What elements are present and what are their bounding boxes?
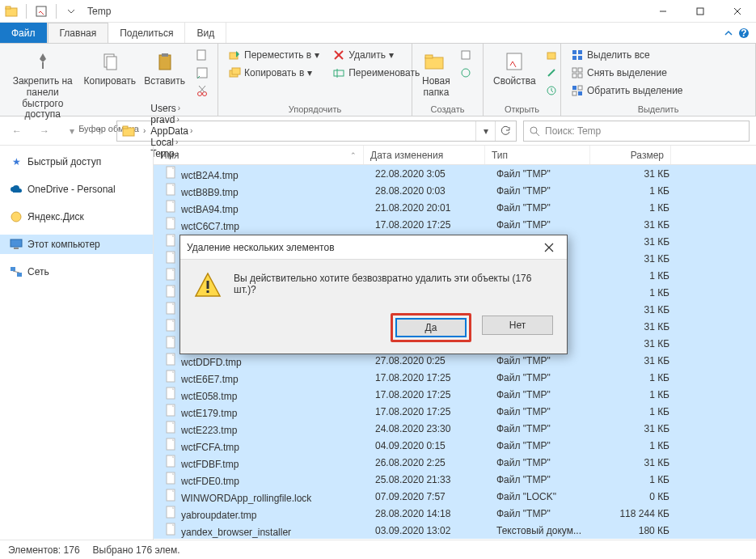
close-button[interactable] <box>719 0 756 23</box>
select-none-button[interactable]: Снять выделение <box>568 65 686 81</box>
ribbon-collapse-icon[interactable] <box>724 28 733 38</box>
breadcrumb-segment[interactable]: Users › <box>149 103 194 114</box>
breadcrumb-segment[interactable]: AppData › <box>149 125 194 137</box>
file-row[interactable]: wctE179.tmp17.08.2020 17:25Файл "TMP"1 К… <box>154 403 756 420</box>
folder-icon <box>5 5 18 18</box>
file-row[interactable]: WINWORDApp_rollingfile.lock07.09.2020 7:… <box>154 488 756 505</box>
status-item-count: Элементов: 176 <box>8 544 80 556</box>
breadcrumb-segment[interactable]: pravd › <box>149 114 194 125</box>
address-dropdown-button[interactable]: ▾ <box>475 121 495 141</box>
svg-point-48 <box>530 127 537 133</box>
nav-forward-button[interactable]: → <box>34 121 55 142</box>
paste-icon <box>152 49 178 74</box>
file-icon <box>165 353 178 366</box>
column-date-header[interactable]: Дата изменения <box>364 146 485 164</box>
sidebar-item-quick-access[interactable]: ★Быстрый доступ <box>0 152 153 172</box>
file-row[interactable]: yabroupdater.tmp28.08.2020 14:18Файл "TM… <box>154 505 756 522</box>
column-size-header[interactable]: Размер <box>590 146 671 164</box>
maximize-button[interactable] <box>682 0 719 23</box>
svg-line-18 <box>200 86 205 92</box>
sidebar-item-network[interactable]: Сеть <box>0 262 153 282</box>
file-row[interactable]: wctE058.tmp17.08.2020 17:25Файл "TMP"1 К… <box>154 386 756 403</box>
file-row[interactable]: wctFDE0.tmp25.08.2020 21:33Файл "TMP"1 К… <box>154 471 756 488</box>
svg-rect-36 <box>572 56 577 60</box>
file-icon <box>165 523 178 536</box>
help-icon[interactable]: ? <box>738 28 750 39</box>
tab-file[interactable]: Файл <box>0 23 48 43</box>
refresh-button[interactable] <box>495 121 514 141</box>
select-all-button[interactable]: Выделить все <box>568 47 686 63</box>
delete-button[interactable]: Удалить▾ <box>329 47 423 63</box>
sidebar-item-yandex-disk[interactable]: Яндекс.Диск <box>0 207 153 227</box>
file-icon <box>165 421 178 434</box>
chevron-down-icon: ▾ <box>307 67 312 78</box>
move-to-button[interactable]: Переместить в▾ <box>225 47 323 63</box>
easy-access-button[interactable] <box>457 65 475 81</box>
tab-view[interactable]: Вид <box>185 23 226 43</box>
network-icon <box>10 265 23 278</box>
copy-icon <box>97 49 123 74</box>
new-folder-button[interactable]: Новая папка <box>419 47 454 100</box>
file-row[interactable]: wctE6E7.tmp17.08.2020 17:25Файл "TMP"1 К… <box>154 369 756 386</box>
minimize-button[interactable] <box>644 0 682 23</box>
file-row[interactable]: wctB8B9.tmp28.08.2020 0:03Файл "TMP"1 КБ <box>154 182 756 199</box>
tab-share[interactable]: Поделиться <box>108 23 185 43</box>
copy-to-button[interactable]: Копировать в▾ <box>225 65 323 81</box>
file-row[interactable]: wctC6C7.tmp17.08.2020 17:25Файл "TMP"31 … <box>154 216 756 233</box>
paste-shortcut-button[interactable] <box>193 65 211 81</box>
cut-button[interactable] <box>193 83 211 99</box>
search-input[interactable]: Поиск: Temp <box>523 121 750 142</box>
sidebar-item-onedrive[interactable]: OneDrive - Personal <box>0 180 153 199</box>
status-bar: Элементов: 176 Выбрано 176 элем. <box>0 540 756 559</box>
svg-rect-41 <box>578 74 582 78</box>
paste-button[interactable]: Вставить <box>141 47 188 89</box>
dialog-no-button[interactable]: Нет <box>482 315 553 335</box>
select-all-icon <box>571 49 584 61</box>
svg-rect-13 <box>162 53 168 57</box>
file-row[interactable]: wctDDFD.tmp27.08.2020 0:25Файл "TMP"31 К… <box>154 352 756 369</box>
chevron-down-icon: ▾ <box>389 49 394 61</box>
file-row[interactable]: wctFCFA.tmp04.09.2020 0:15Файл "TMP"1 КБ <box>154 437 756 454</box>
svg-rect-11 <box>107 57 116 70</box>
new-item-button[interactable] <box>457 47 475 63</box>
edit-button[interactable] <box>543 65 560 81</box>
invert-selection-button[interactable]: Обратить выделение <box>568 83 686 99</box>
column-type-header[interactable]: Тип <box>485 146 590 164</box>
dialog-yes-button[interactable]: Да <box>395 318 467 337</box>
file-row[interactable]: wctBA94.tmp21.08.2020 20:01Файл "TMP"1 К… <box>154 199 756 216</box>
file-icon <box>165 234 178 247</box>
breadcrumb-root[interactable]: › <box>141 126 147 135</box>
file-row[interactable]: wctB2A4.tmp22.08.2020 3:05Файл "TMP"31 К… <box>154 165 756 182</box>
column-name-header[interactable]: Имя⌃ <box>154 146 364 164</box>
folder-icon <box>122 124 137 138</box>
svg-rect-37 <box>578 56 582 60</box>
copy-button[interactable]: Копировать <box>81 47 140 89</box>
rename-button[interactable]: Переименовать <box>329 65 423 81</box>
sort-indicator-icon: ⌃ <box>350 151 357 159</box>
sidebar-item-this-pc[interactable]: Этот компьютер <box>0 235 153 254</box>
nav-up-button[interactable]: ↑ <box>89 121 110 142</box>
file-icon <box>165 387 178 400</box>
copy-path-button[interactable] <box>193 47 211 63</box>
dialog-close-button[interactable] <box>538 239 560 256</box>
properties-button[interactable]: Свойства <box>490 47 539 89</box>
pin-quick-access-button[interactable]: Закрепить на панели быстрого доступа <box>6 47 79 122</box>
ribbon: Закрепить на панели быстрого доступа Коп… <box>0 44 756 116</box>
svg-rect-45 <box>572 91 577 95</box>
history-button[interactable] <box>543 83 560 99</box>
file-row[interactable]: yandex_browser_installer03.09.2020 13:02… <box>154 522 756 539</box>
open-button[interactable] <box>543 47 560 63</box>
qat-dropdown-icon[interactable] <box>65 5 78 18</box>
tab-home[interactable]: Главная <box>48 23 109 43</box>
file-icon <box>165 455 178 468</box>
file-icon <box>165 166 178 179</box>
ribbon-group-select-label: Выделить <box>568 103 749 114</box>
svg-text:?: ? <box>741 28 746 39</box>
file-row[interactable]: wctE223.tmp24.08.2020 23:30Файл "TMP"31 … <box>154 420 756 437</box>
rename-icon <box>332 66 345 79</box>
nav-back-button[interactable]: ← <box>6 121 27 142</box>
file-row[interactable]: wctFDBF.tmp26.08.2020 2:25Файл "TMP"31 К… <box>154 454 756 471</box>
address-bar[interactable]: › Users ›pravd ›AppData ›Local ›Temp › ▾ <box>116 121 517 142</box>
qat-properties-icon[interactable] <box>35 5 48 18</box>
nav-recent-dropdown[interactable]: ▾ <box>61 121 82 142</box>
